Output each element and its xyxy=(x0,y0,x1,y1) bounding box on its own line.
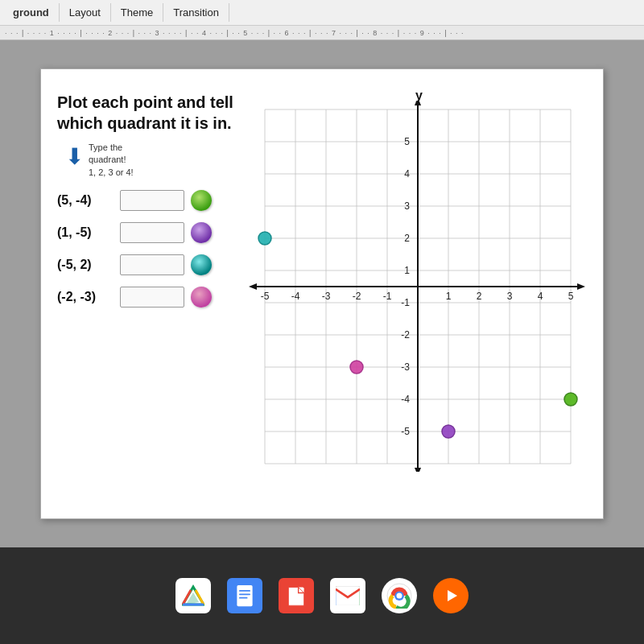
svg-text:-5: -5 xyxy=(261,291,270,302)
svg-text:1: 1 xyxy=(446,291,452,302)
point-row-2: (1, -5) xyxy=(57,222,212,243)
slide: Plot each point and tell which quadrant … xyxy=(40,68,604,519)
menu-item-transition[interactable]: Transition xyxy=(163,3,229,22)
point-label-3: (-5, 2) xyxy=(57,258,114,272)
point-circle-green xyxy=(191,190,212,211)
svg-text:-1: -1 xyxy=(401,297,410,308)
taskbar-chrome-icon[interactable] xyxy=(382,578,417,613)
svg-rect-61 xyxy=(239,597,248,599)
coordinate-grid: -5 -4 -3 -2 -1 1 2 3 4 5 5 xyxy=(249,101,587,472)
svg-rect-58 xyxy=(237,585,252,606)
svg-rect-60 xyxy=(239,593,250,595)
menu-item-background[interactable]: ground xyxy=(3,3,60,22)
svg-point-52 xyxy=(350,361,363,374)
point-row-3: (-5, 2) xyxy=(57,254,212,275)
svg-point-51 xyxy=(258,232,271,245)
point-circle-purple xyxy=(191,222,212,243)
point-label-2: (1, -5) xyxy=(57,225,114,240)
svg-text:-2: -2 xyxy=(353,291,361,302)
svg-text:-4: -4 xyxy=(291,291,300,302)
svg-text:-4: -4 xyxy=(401,394,410,405)
taskbar-gmail-icon[interactable] xyxy=(330,578,365,613)
taskbar-play-icon[interactable] xyxy=(433,578,469,613)
svg-marker-71 xyxy=(448,590,457,601)
svg-marker-26 xyxy=(249,283,257,290)
svg-text:1: 1 xyxy=(404,265,410,276)
content-area: Plot each point and tell which quadrant … xyxy=(0,40,644,547)
svg-text:5: 5 xyxy=(404,136,410,147)
slide-title: Plot each point and tell which quadrant … xyxy=(57,92,234,134)
taskbar-files-icon[interactable] xyxy=(279,578,314,613)
svg-marker-28 xyxy=(415,468,421,472)
point-circle-teal xyxy=(191,254,212,275)
taskbar-docs-icon[interactable] xyxy=(227,578,262,613)
svg-text:-2: -2 xyxy=(401,329,410,341)
svg-rect-59 xyxy=(239,590,250,592)
point-circle-pink xyxy=(191,287,212,308)
svg-text:2: 2 xyxy=(404,233,410,244)
menu-item-theme[interactable]: Theme xyxy=(111,3,163,22)
svg-text:-3: -3 xyxy=(322,291,331,302)
ruler: · · · | · · · · 1 · · · · | · · · · 2 · … xyxy=(0,26,644,40)
point-input-4[interactable] xyxy=(120,287,184,308)
point-input-2[interactable] xyxy=(120,222,184,243)
point-label-1: (5, -4) xyxy=(57,193,114,208)
arrow-icon: ⬇ xyxy=(65,143,84,170)
svg-text:-5: -5 xyxy=(401,426,410,437)
point-input-1[interactable] xyxy=(120,190,184,211)
point-row-4: (-2, -3) xyxy=(57,287,212,308)
grid-container: y xyxy=(249,89,587,475)
svg-text:3: 3 xyxy=(507,291,513,302)
instruction-box: ⬇ Type the quadrant! 1, 2, 3 or 4! xyxy=(65,142,134,179)
taskbar xyxy=(0,547,644,644)
svg-text:-1: -1 xyxy=(383,291,392,302)
point-row-1: (5, -4) xyxy=(57,190,212,211)
svg-marker-25 xyxy=(577,283,585,290)
left-panel: Plot each point and tell which quadrant … xyxy=(57,89,234,319)
point-input-3[interactable] xyxy=(120,254,184,275)
point-label-4: (-2, -3) xyxy=(57,290,114,304)
svg-text:4: 4 xyxy=(538,291,543,302)
svg-point-49 xyxy=(564,393,577,406)
svg-text:4: 4 xyxy=(404,168,410,180)
svg-text:5: 5 xyxy=(568,291,574,302)
svg-point-50 xyxy=(442,425,455,438)
taskbar-drive-icon[interactable] xyxy=(175,578,211,613)
svg-text:-3: -3 xyxy=(401,361,410,373)
instruction-text: Type the quadrant! 1, 2, 3 or 4! xyxy=(89,142,134,179)
svg-text:3: 3 xyxy=(404,200,410,212)
menu-item-layout[interactable]: Layout xyxy=(60,3,111,22)
menu-bar: ground Layout Theme Transition xyxy=(0,0,644,26)
svg-point-70 xyxy=(397,593,402,599)
ruler-text: · · · | · · · · 1 · · · · | · · · · 2 · … xyxy=(0,29,464,37)
grid-panel: y xyxy=(234,89,587,475)
svg-text:2: 2 xyxy=(477,291,482,302)
svg-marker-27 xyxy=(415,101,421,105)
